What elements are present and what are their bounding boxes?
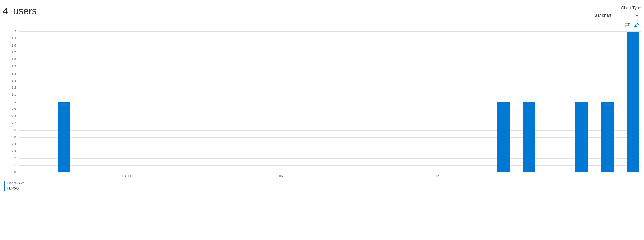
gridline xyxy=(19,130,641,131)
legend: Users (Avg) 0.292 xyxy=(4,181,644,191)
chart-bar[interactable] xyxy=(601,102,614,173)
gridline xyxy=(19,53,641,53)
legend-series-value: 0.292 xyxy=(7,185,26,191)
x-tick-mark xyxy=(437,172,437,174)
x-axis: 18 Jul061218 xyxy=(19,172,641,180)
y-tick-label: 1.7 xyxy=(11,51,16,54)
svg-point-0 xyxy=(628,23,630,24)
y-tick-label: 1.5 xyxy=(11,65,16,68)
y-tick-label: 0.1 xyxy=(11,163,16,167)
gridline xyxy=(19,60,641,60)
y-tick-label: 1.6 xyxy=(11,58,16,61)
x-tick-mark xyxy=(593,172,593,174)
gridline xyxy=(19,67,641,67)
x-tick-label: 12 xyxy=(435,174,439,178)
gridline xyxy=(19,165,641,166)
y-tick-label: 0.2 xyxy=(11,156,16,160)
y-tick-label: 1 xyxy=(14,100,16,104)
gridline xyxy=(19,116,641,116)
user-label: users xyxy=(13,6,37,17)
gridline xyxy=(19,88,641,88)
y-tick-label: 1.4 xyxy=(11,72,16,75)
comment-icon[interactable] xyxy=(625,22,630,28)
y-tick-label: 0.5 xyxy=(11,135,16,139)
gridline xyxy=(19,123,641,123)
user-count: 4 xyxy=(3,6,8,17)
y-tick-label: 0.4 xyxy=(11,142,16,146)
gridline xyxy=(19,81,641,81)
gridline xyxy=(19,95,641,95)
y-tick-label: 0.7 xyxy=(11,121,16,124)
gridline xyxy=(19,102,641,102)
chevron-down-icon xyxy=(635,14,639,17)
y-tick-label: 1.2 xyxy=(11,86,16,89)
legend-swatch xyxy=(4,181,5,191)
chart-bar[interactable] xyxy=(523,102,535,173)
x-tick-mark xyxy=(281,172,281,174)
gridline xyxy=(19,137,641,138)
chart-bar[interactable] xyxy=(575,102,588,173)
gridline xyxy=(19,46,641,46)
y-tick-label: 0.8 xyxy=(11,114,16,117)
gridline xyxy=(19,74,641,74)
chart-bar[interactable] xyxy=(58,102,70,173)
chart: 00.10.20.30.40.50.60.70.80.911.11.21.31.… xyxy=(3,31,641,180)
x-tick-mark xyxy=(127,172,127,174)
y-tick-label: 1.9 xyxy=(11,36,16,40)
y-tick-label: 0.6 xyxy=(11,128,16,132)
chart-type-value: Bar chart xyxy=(594,13,611,18)
chart-bar[interactable] xyxy=(627,32,639,172)
gridline xyxy=(19,39,641,39)
chart-bar[interactable] xyxy=(497,102,510,173)
y-tick-label: 1.8 xyxy=(11,44,16,47)
gridline xyxy=(19,158,641,159)
y-tick-label: 0.3 xyxy=(11,149,16,152)
x-tick-label: 18 Jul xyxy=(122,174,131,178)
page-title: 4 users xyxy=(3,6,37,17)
legend-series-name: Users (Avg) xyxy=(7,181,26,185)
gridline xyxy=(19,109,641,109)
y-tick-label: 0.9 xyxy=(11,107,16,110)
y-tick-label: 2 xyxy=(14,30,16,33)
y-tick-label: 1.1 xyxy=(11,93,16,96)
chart-type-label: Chart Type xyxy=(621,6,641,10)
gridline xyxy=(19,144,641,144)
y-tick-label: 1.3 xyxy=(11,79,16,82)
plot-area[interactable] xyxy=(19,31,641,172)
x-tick-label: 18 xyxy=(591,174,594,178)
y-axis: 00.10.20.30.40.50.60.70.80.911.11.21.31.… xyxy=(3,31,17,172)
chart-type-select[interactable]: Bar chart xyxy=(592,11,641,19)
pin-icon[interactable] xyxy=(634,22,639,28)
y-tick-label: 0 xyxy=(14,170,16,174)
gridline xyxy=(19,151,641,151)
x-tick-label: 06 xyxy=(279,174,283,178)
